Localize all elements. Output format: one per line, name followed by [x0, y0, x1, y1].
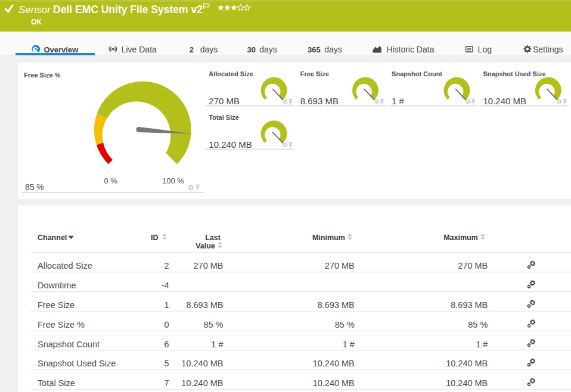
svg-text:365: 365: [308, 45, 321, 54]
svg-text:Channel: Channel: [38, 234, 67, 242]
svg-text:0: 0: [165, 320, 169, 329]
svg-text:10.240 MB: 10.240 MB: [313, 378, 355, 388]
svg-text:270 MB: 270 MB: [209, 96, 240, 106]
svg-text:6: 6: [165, 340, 169, 349]
svg-text:Sensor: Sensor: [18, 4, 51, 15]
svg-text:Live Data: Live Data: [122, 45, 157, 54]
svg-text:Free Size: Free Size: [38, 300, 75, 310]
svg-text:85 %: 85 %: [25, 182, 44, 192]
svg-text:Snapshot Count: Snapshot Count: [38, 340, 100, 349]
svg-text:30: 30: [247, 45, 256, 54]
svg-text:Free Size: Free Size: [300, 70, 329, 77]
svg-text:0 %: 0 %: [104, 176, 117, 185]
svg-text:270 MB: 270 MB: [194, 261, 224, 270]
svg-text:Total Size: Total Size: [38, 378, 75, 388]
svg-text:2: 2: [165, 261, 169, 270]
svg-text:10.240 MB: 10.240 MB: [446, 378, 488, 388]
svg-text:Overview: Overview: [44, 45, 79, 54]
svg-text:10.240 MB: 10.240 MB: [209, 139, 252, 150]
svg-text:Free Size %: Free Size %: [38, 320, 85, 329]
svg-text:270 MB: 270 MB: [458, 261, 488, 270]
svg-text:Downtime: Downtime: [38, 281, 76, 290]
svg-text:Log: Log: [478, 45, 492, 54]
svg-text:days: days: [324, 45, 342, 54]
svg-text:OK: OK: [31, 18, 42, 26]
svg-text:Historic Data: Historic Data: [386, 45, 434, 54]
svg-text:10.240 MB: 10.240 MB: [181, 378, 223, 388]
svg-text:Last: Last: [205, 234, 221, 242]
svg-text:Snapshot Used Size: Snapshot Used Size: [483, 70, 546, 77]
svg-text:2: 2: [190, 45, 194, 54]
svg-text:Total Size: Total Size: [209, 114, 239, 121]
svg-text:85 %: 85 %: [335, 320, 355, 329]
svg-text:Minimum: Minimum: [312, 234, 345, 242]
svg-text:10.240 MB: 10.240 MB: [313, 359, 355, 368]
svg-text:1: 1: [165, 300, 169, 310]
svg-text:1 #: 1 #: [211, 340, 223, 349]
svg-text:-4: -4: [162, 281, 169, 290]
svg-text:8.693 MB: 8.693 MB: [451, 300, 488, 310]
svg-text:Allocated Size: Allocated Size: [209, 70, 253, 77]
svg-text:Free Size %: Free Size %: [24, 71, 60, 79]
svg-text:Snapshot Used Size: Snapshot Used Size: [38, 359, 116, 368]
svg-text:8.693 MB: 8.693 MB: [318, 300, 355, 310]
svg-text:10.240 MB: 10.240 MB: [483, 96, 527, 106]
svg-text:1 #: 1 #: [476, 340, 488, 349]
svg-text:Maximum: Maximum: [443, 234, 478, 242]
svg-text:85 %: 85 %: [468, 320, 488, 329]
svg-text:100 %: 100 %: [162, 176, 184, 185]
svg-text:days: days: [259, 45, 277, 54]
svg-text:5: 5: [165, 359, 169, 368]
svg-text:Dell EMC Unity File System v2: Dell EMC Unity File System v2: [53, 4, 203, 15]
svg-text:1 #: 1 #: [343, 340, 355, 349]
svg-text:days: days: [200, 45, 218, 54]
svg-text:8.693 MB: 8.693 MB: [300, 96, 339, 106]
svg-text:Allocated Size: Allocated Size: [38, 261, 92, 270]
svg-text:270 MB: 270 MB: [325, 261, 355, 270]
svg-text:Settings: Settings: [533, 45, 563, 54]
svg-text:ID: ID: [151, 234, 159, 242]
svg-text:10.240 MB: 10.240 MB: [181, 359, 223, 368]
svg-text:Value: Value: [195, 242, 215, 250]
svg-text:Snapshot Count: Snapshot Count: [392, 70, 442, 77]
svg-text:8.693 MB: 8.693 MB: [186, 300, 223, 310]
svg-text:7: 7: [165, 378, 169, 388]
svg-text:1 #: 1 #: [392, 96, 405, 106]
svg-text:85 %: 85 %: [203, 320, 223, 329]
svg-text:10.240 MB: 10.240 MB: [446, 359, 488, 368]
